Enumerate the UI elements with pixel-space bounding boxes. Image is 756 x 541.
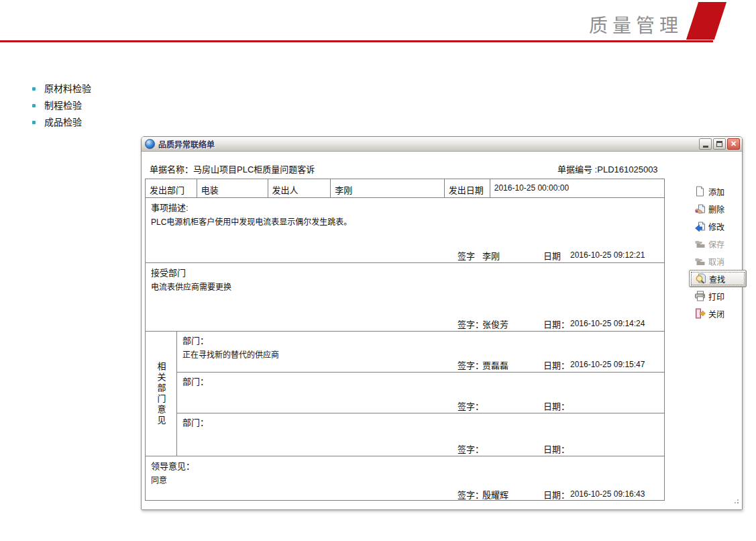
bullet-item-raw-material: 原材料检验 (31, 81, 91, 97)
save-button-label: 保存 (708, 238, 724, 250)
cancel-button-label: 取消 (708, 256, 724, 267)
delete-button[interactable]: 删除 (689, 200, 747, 217)
close-button[interactable]: ✕ (727, 138, 740, 150)
cancel-icon (694, 256, 706, 266)
bullet-list: 原材料检验 制程检验 成品检验 (31, 81, 91, 131)
date-label: 日期： (543, 488, 570, 501)
related-dept-row: 部门： 正在寻找新的替代的供应商 签字： 贾磊磊 日期： 2016-10-25 … (177, 332, 664, 373)
sign-value: 张俊芳 (482, 317, 508, 330)
accept-label: 接受部门 (151, 266, 659, 279)
form-table: 发出部门 电装 发出人 李刚 发出日期 2016-10-25 00:00:00 … (145, 179, 665, 501)
date-label: 日期： (543, 358, 570, 371)
date-label: 日期： (543, 317, 570, 330)
print-button-label: 打印 (708, 291, 724, 302)
sign-row: 签字： 日期： (177, 442, 664, 454)
related-depts-vertical-label-cell: 相关部门意见 (146, 332, 177, 456)
slide-title: 质量管理 (589, 11, 683, 38)
edit-button-label: 修改 (708, 221, 724, 232)
sign-value: 殷耀辉 (482, 488, 508, 501)
issue-person-label: 发出人 (268, 179, 331, 197)
sign-label: 签字： (457, 442, 484, 455)
maximize-button[interactable] (713, 138, 726, 150)
cancel-button[interactable]: 取消 (689, 252, 747, 270)
close-action-button-label: 关闭 (708, 308, 724, 319)
delete-button-label: 删除 (708, 203, 724, 215)
action-toolbar: 添加 删除 修改 保存 (689, 183, 747, 322)
add-button[interactable]: 添加 (689, 183, 747, 200)
red-divider-line (0, 40, 713, 42)
issue-date-value: 2016-10-25 00:00:00 (490, 179, 664, 197)
date-label: 日期： (543, 442, 570, 455)
save-button[interactable]: 保存 (689, 235, 747, 252)
leader-sign-row: 签字： 殷耀辉 日期： 2016-10-25 09:16:43 (146, 488, 664, 499)
delete-icon (694, 203, 706, 214)
description-content: PLC电源机柜客户使用中发现电流表显示偶尔发生跳表。 (151, 215, 659, 227)
related-dept-row: 部门： 签字： 日期： (177, 373, 664, 414)
related-depts-label: 相关部门意见 (155, 362, 168, 426)
issue-person-value: 李刚 (331, 179, 445, 197)
issue-dept-label: 发出部门 (146, 179, 197, 197)
leader-content: 同意 (151, 474, 659, 485)
save-icon (694, 238, 706, 249)
accept-section: 接受部门 电流表供应商需要更换 签字： 张俊芳 日期： 2016-10-25 0… (146, 263, 664, 332)
app-globe-icon (145, 139, 155, 149)
minimize-icon (703, 146, 708, 148)
related-depts-section: 相关部门意见 部门： 正在寻找新的替代的供应商 签字： 贾磊磊 日期： 2016… (146, 332, 664, 456)
date-value: 2016-10-25 09:12:21 (570, 249, 645, 260)
date-value: 2016-10-25 09:14:24 (570, 317, 645, 328)
date-value: 2016-10-25 09:16:43 (570, 488, 645, 499)
bullet-icon (32, 104, 36, 107)
print-button[interactable]: 打印 (689, 287, 747, 305)
window-titlebar[interactable]: 品质异常联络单 ✕ (142, 137, 742, 152)
search-icon (695, 273, 706, 284)
printer-icon (694, 291, 706, 301)
sign-label: 签字： (457, 488, 484, 501)
window-title: 品质异常联络单 (158, 138, 696, 150)
exit-icon (694, 308, 706, 319)
sign-label: 签字： (457, 358, 484, 371)
add-page-icon (694, 186, 706, 197)
doc-name-label: 单据名称： (150, 164, 193, 175)
sign-row: 签字： 日期： (177, 399, 664, 411)
date-value: 2016-10-25 09:15:47 (570, 358, 645, 369)
issue-info-row: 发出部门 电装 发出人 李刚 发出日期 2016-10-25 00:00:00 (146, 179, 664, 198)
edit-button[interactable]: 修改 (689, 217, 747, 235)
maximize-icon (716, 141, 722, 147)
search-button[interactable]: 查找 (689, 270, 747, 287)
search-button-label: 查找 (709, 273, 725, 285)
dept-label: 部门： (182, 375, 659, 387)
add-button-label: 添加 (708, 186, 724, 197)
bullet-item-finished: 成品检验 (31, 114, 91, 131)
sign-value: 李刚 (482, 249, 500, 262)
minimize-button[interactable] (699, 138, 712, 150)
quality-form-window: 品质异常联络单 ✕ 单据名称：马房山项目PLC柜质量问题客诉 单据编号 :PLD… (141, 136, 743, 510)
accept-sign-row: 签字： 张俊芳 日期： 2016-10-25 09:14:24 (146, 317, 664, 329)
description-label: 事项描述: (151, 201, 659, 213)
close-icon: ✕ (731, 140, 737, 148)
doc-name-value: 马房山项目PLC柜质量问题客诉 (193, 164, 315, 175)
sign-label: 签字： (457, 399, 484, 412)
sign-row: 签字： 贾磊磊 日期： 2016-10-25 09:15:47 (177, 358, 664, 370)
issue-dept-value: 电装 (197, 179, 268, 197)
related-dept-row: 部门： 签字： 日期： (177, 413, 664, 456)
sign-value: 贾磊磊 (482, 358, 508, 371)
leader-label: 领导意见： (151, 459, 659, 472)
sign-label: 签字： (457, 317, 484, 330)
red-parallelogram-decoration (686, 2, 726, 40)
sign-label: 签字 (457, 249, 475, 262)
date-label: 日期： (543, 399, 570, 412)
dept-label: 部门： (182, 334, 659, 346)
dept-label: 部门： (182, 415, 659, 428)
bullet-icon (32, 87, 36, 91)
window-resize-grip[interactable] (737, 502, 739, 503)
window-close-action-button[interactable]: 关闭 (689, 305, 747, 322)
leader-opinion-section: 领导意见： 同意 签字： 殷耀辉 日期： 2016-10-25 09:16:43 (146, 456, 664, 501)
issue-date-label: 发出日期 (445, 179, 490, 197)
bullet-icon (32, 121, 36, 124)
description-sign-row: 签字 李刚 日期 2016-10-25 09:12:21 (146, 249, 664, 260)
date-label: 日期 (543, 249, 561, 262)
doc-no-value: PLD161025003 (597, 164, 657, 175)
edit-icon (694, 221, 706, 232)
doc-no-label: 单据编号 : (557, 164, 597, 175)
window-client-area: 单据名称：马房山项目PLC柜质量问题客诉 单据编号 :PLD161025003 … (142, 152, 742, 509)
